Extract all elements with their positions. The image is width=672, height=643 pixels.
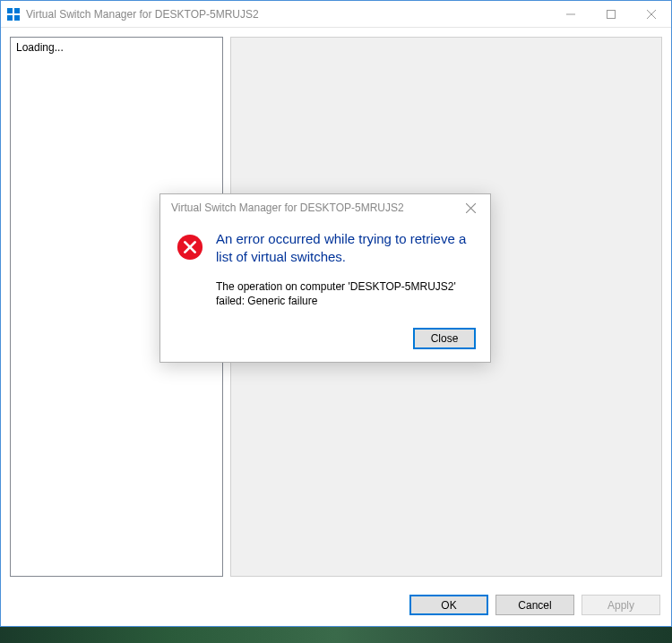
dialog-close-button[interactable]: Close	[413, 328, 476, 349]
minimize-button[interactable]	[550, 1, 590, 27]
maximize-button[interactable]	[590, 1, 631, 27]
dialog-titlebar: Virtual Switch Manager for DESKTOP-5MRUJ…	[160, 194, 490, 221]
dialog-text: An error occurred while trying to retrie…	[216, 230, 474, 308]
app-icon	[6, 7, 21, 21]
svg-rect-2	[7, 15, 13, 21]
dialog-heading: An error occurred while trying to retrie…	[216, 230, 474, 267]
error-icon	[177, 234, 203, 308]
titlebar: Virtual Switch Manager for DESKTOP-5MRUJ…	[1, 1, 671, 28]
window-controls	[550, 1, 671, 27]
cancel-button[interactable]: Cancel	[495, 595, 574, 615]
dialog-close-icon[interactable]	[458, 197, 483, 219]
dialog-footer: Close	[160, 322, 490, 362]
dialog-body: An error occurred while trying to retrie…	[160, 221, 490, 322]
svg-rect-3	[14, 15, 20, 21]
window-title: Virtual Switch Manager for DESKTOP-5MRUJ…	[26, 8, 550, 21]
dialog-message: The operation on computer 'DESKTOP-5MRUJ…	[216, 279, 474, 308]
svg-rect-0	[7, 8, 13, 13]
loading-text: Loading...	[16, 41, 64, 54]
footer: OK Cancel Apply	[1, 586, 671, 626]
ok-button[interactable]: OK	[409, 595, 488, 615]
apply-button: Apply	[582, 595, 660, 615]
close-button[interactable]	[631, 1, 671, 27]
desktop-background-strip	[0, 627, 672, 643]
dialog-title: Virtual Switch Manager for DESKTOP-5MRUJ…	[171, 201, 458, 214]
svg-rect-5	[607, 10, 615, 18]
svg-rect-1	[14, 8, 20, 13]
error-dialog: Virtual Switch Manager for DESKTOP-5MRUJ…	[159, 193, 491, 363]
